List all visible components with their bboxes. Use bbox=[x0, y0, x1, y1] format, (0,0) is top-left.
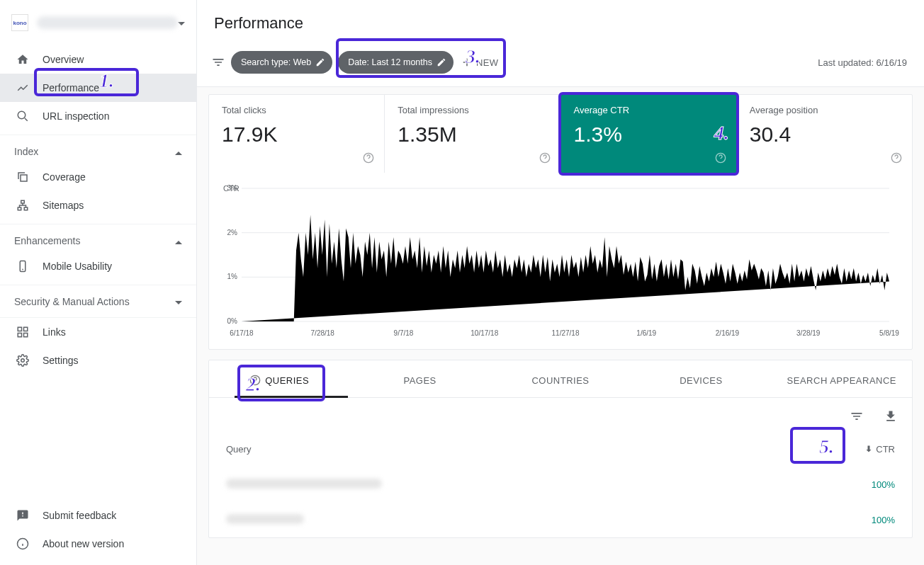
info-icon bbox=[14, 537, 31, 550]
table-header-row: Query CTR bbox=[209, 431, 912, 467]
section-label: Enhancements bbox=[14, 235, 80, 246]
help-icon bbox=[249, 375, 261, 386]
performance-card: Total clicks 17.9K Total impressions 1.3… bbox=[208, 94, 913, 350]
query-blurred bbox=[226, 514, 304, 524]
svg-text:0%: 0% bbox=[227, 317, 238, 325]
metric-label: Average CTR bbox=[574, 105, 723, 115]
svg-rect-4 bbox=[24, 207, 28, 210]
svg-rect-8 bbox=[18, 333, 21, 337]
tab-underline bbox=[235, 396, 348, 398]
metric-value: 30.4 bbox=[750, 122, 899, 147]
sidebar-item-label: Overview bbox=[43, 54, 84, 65]
sidebar-item-mobile-usability[interactable]: Mobile Usability bbox=[0, 252, 196, 280]
table-row[interactable]: 100% bbox=[209, 467, 912, 502]
sidebar-item-about[interactable]: About new version bbox=[0, 530, 196, 558]
column-header-ctr[interactable]: CTR bbox=[838, 444, 895, 455]
add-filter-button[interactable]: NEW bbox=[461, 56, 498, 69]
help-icon[interactable] bbox=[715, 152, 726, 166]
sidebar-item-url-inspection[interactable]: URL inspection bbox=[0, 102, 196, 130]
svg-text:11/27/18: 11/27/18 bbox=[552, 329, 580, 337]
filter-icon[interactable] bbox=[211, 55, 225, 69]
metric-value: 1.35M bbox=[398, 122, 547, 147]
property-favicon: kono bbox=[11, 14, 28, 31]
table-row[interactable]: 100% bbox=[209, 502, 912, 537]
column-header-label: CTR bbox=[876, 444, 895, 455]
metric-label: Average position bbox=[750, 105, 899, 115]
edit-icon bbox=[436, 57, 446, 67]
section-security[interactable]: Security & Manual Actions bbox=[0, 285, 196, 313]
sidebar-item-label: Submit feedback bbox=[43, 510, 116, 521]
svg-text:9/7/18: 9/7/18 bbox=[394, 329, 414, 337]
svg-rect-6 bbox=[18, 327, 21, 331]
sidebar-item-label: Settings bbox=[43, 355, 79, 366]
new-label: NEW bbox=[476, 57, 498, 68]
chip-date[interactable]: Date: Last 12 months bbox=[338, 51, 453, 74]
trending-up-icon bbox=[14, 81, 31, 94]
metric-label: Total clicks bbox=[222, 105, 371, 115]
svg-rect-1 bbox=[21, 175, 27, 181]
metric-total-clicks[interactable]: Total clicks 17.9K bbox=[209, 95, 385, 173]
sidebar-item-label: Coverage bbox=[43, 171, 86, 183]
tab-countries[interactable]: COUNTRIES bbox=[490, 360, 631, 397]
property-url-blurred bbox=[37, 16, 178, 29]
search-icon bbox=[14, 110, 31, 122]
sidebar-item-feedback[interactable]: Submit feedback bbox=[0, 501, 196, 530]
tab-devices[interactable]: DEVICES bbox=[631, 360, 771, 397]
main-content: Performance Search type: Web Date: Last … bbox=[197, 0, 924, 565]
chevron-up-icon bbox=[175, 146, 182, 157]
tab-label: PAGES bbox=[403, 375, 436, 386]
chip-label: Search type: Web bbox=[241, 57, 311, 67]
svg-text:5/8/19: 5/8/19 bbox=[879, 329, 899, 337]
chart-area: CTR0%1%2%3%6/17/187/28/189/7/1810/17/181… bbox=[209, 173, 912, 349]
sidebar-item-sitemaps[interactable]: Sitemaps bbox=[0, 191, 196, 219]
filter-list-icon[interactable] bbox=[850, 409, 864, 426]
section-index[interactable]: Index bbox=[0, 135, 196, 163]
tab-queries[interactable]: QUERIES bbox=[209, 360, 349, 397]
tab-label: SEARCH APPEARANCE bbox=[787, 375, 896, 386]
svg-text:7/28/18: 7/28/18 bbox=[311, 329, 335, 337]
metric-value: 17.9K bbox=[222, 122, 371, 147]
edit-icon bbox=[315, 57, 325, 67]
metric-value: 1.3% bbox=[574, 122, 723, 147]
query-blurred bbox=[226, 479, 382, 489]
metric-cards: Total clicks 17.9K Total impressions 1.3… bbox=[209, 95, 912, 173]
svg-text:1%: 1% bbox=[227, 273, 238, 280]
metric-average-position[interactable]: Average position 30.4 bbox=[737, 95, 912, 173]
tab-label: DEVICES bbox=[680, 375, 723, 386]
sidebar-item-label: Performance bbox=[43, 82, 99, 93]
svg-text:2/16/19: 2/16/19 bbox=[716, 329, 740, 337]
arrow-down-icon bbox=[864, 445, 873, 453]
column-header-query[interactable]: Query bbox=[226, 444, 838, 455]
help-icon[interactable] bbox=[891, 152, 902, 166]
sidebar-item-overview[interactable]: Overview bbox=[0, 45, 196, 74]
copy-icon bbox=[14, 171, 31, 183]
tab-search-appearance[interactable]: SEARCH APPEARANCE bbox=[772, 360, 912, 397]
section-enhancements[interactable]: Enhancements bbox=[0, 224, 196, 252]
table-toolbar bbox=[209, 398, 912, 431]
phone-icon bbox=[14, 260, 31, 273]
svg-text:1/6/19: 1/6/19 bbox=[636, 329, 656, 337]
sidebar-item-performance[interactable]: Performance bbox=[0, 74, 196, 102]
ctr-line-chart: CTR0%1%2%3%6/17/187/28/189/7/1810/17/181… bbox=[213, 184, 899, 340]
download-icon[interactable] bbox=[884, 409, 898, 426]
chip-search-type[interactable]: Search type: Web bbox=[231, 51, 332, 74]
sidebar-item-coverage[interactable]: Coverage bbox=[0, 163, 196, 191]
help-icon[interactable] bbox=[363, 152, 374, 166]
metric-total-impressions[interactable]: Total impressions 1.35M bbox=[385, 95, 560, 173]
svg-rect-7 bbox=[24, 327, 28, 331]
help-icon[interactable] bbox=[539, 152, 551, 166]
ctr-cell: 100% bbox=[838, 479, 895, 490]
tab-label: COUNTRIES bbox=[531, 375, 589, 386]
sidebar-item-links[interactable]: Links bbox=[0, 318, 196, 346]
chevron-up-icon bbox=[175, 235, 182, 246]
tab-pages[interactable]: PAGES bbox=[349, 360, 490, 397]
ctr-cell: 100% bbox=[838, 515, 895, 525]
sidebar: kono Overview Performance 1. bbox=[0, 0, 197, 565]
svg-rect-3 bbox=[18, 207, 21, 210]
property-selector[interactable]: kono bbox=[0, 0, 196, 45]
chevron-down-icon bbox=[175, 296, 182, 307]
svg-point-10 bbox=[21, 359, 25, 363]
metric-average-ctr[interactable]: Average CTR 1.3% 4. bbox=[561, 95, 737, 173]
sitemap-icon bbox=[14, 199, 31, 212]
sidebar-item-settings[interactable]: Settings bbox=[0, 346, 196, 375]
